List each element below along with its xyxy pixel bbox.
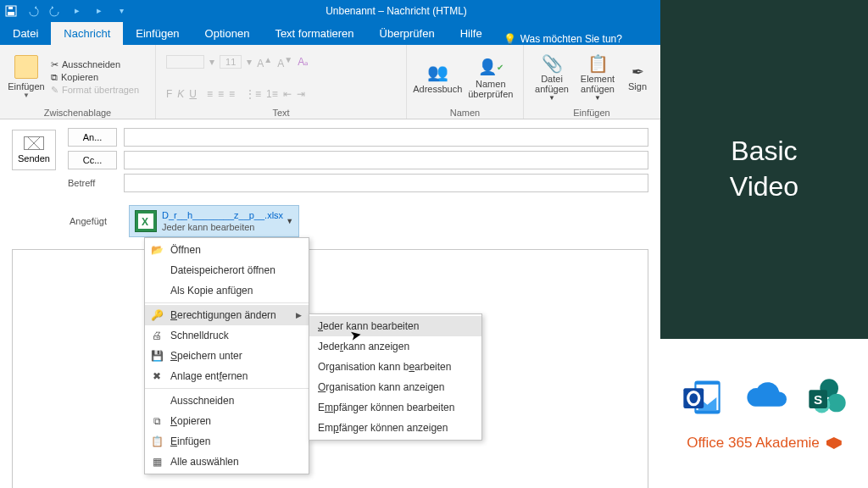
brand-footer: Office 365 Akademie [687, 435, 842, 452]
cc-button[interactable]: Cc... [68, 151, 117, 169]
folder-open-icon: 📂 [150, 243, 164, 257]
menu-copy[interactable]: ⧉Kopieren [145, 411, 309, 431]
format-painter-label: Format übertragen [62, 85, 139, 95]
menu-attach-as-copy[interactable]: Als Kopie anfügen [145, 280, 309, 301]
subject-field[interactable] [124, 174, 648, 192]
menu-open[interactable]: 📂Öffnen [145, 240, 309, 260]
cc-field[interactable] [124, 151, 648, 169]
tab-text-formatieren[interactable]: Text formatieren [262, 22, 366, 45]
signature-label: Sign [628, 81, 647, 92]
attach-item-button[interactable]: 📋 Element anfügen▼ [575, 47, 620, 107]
copy-label: Kopieren [61, 72, 98, 82]
svg-text:S: S [814, 392, 822, 407]
envelope-icon [24, 136, 44, 150]
format-painter-button: ✎Format übertragen [51, 85, 139, 96]
graduation-cap-icon [826, 437, 842, 449]
attach-file-label: Datei anfügen [529, 74, 575, 94]
check-names-label: Namen überprüfen [464, 79, 518, 99]
key-icon: 🔑 [150, 308, 164, 322]
svg-rect-2 [8, 7, 13, 9]
select-all-icon: ▦ [150, 455, 164, 469]
remove-icon: ✖ [150, 369, 164, 383]
attachment-chip[interactable]: D_r__h________z__p__.xlsx Jeder kann bea… [129, 205, 299, 237]
product-icons: S [680, 375, 849, 419]
paste-label: Einfügen [8, 81, 44, 92]
paste-button[interactable]: Einfügen ▼ [5, 47, 47, 107]
perm-org-view[interactable]: Organisation kann anzeigen [309, 377, 481, 397]
group-clipboard-label: Zwischenablage [5, 107, 150, 118]
perm-everyone-view[interactable]: Jeder kann anzeigen [309, 336, 481, 357]
tell-me-label: Was möchten Sie tun? [520, 33, 622, 45]
printer-icon: 🖨 [150, 329, 164, 342]
paperclip-icon: 📎 [542, 53, 563, 74]
qat-undo-icon[interactable] [22, 0, 44, 21]
addressbook-icon: 👥 [426, 60, 449, 84]
menu-cut[interactable]: Ausschneiden [145, 391, 309, 411]
video-title: Basic Video [730, 134, 798, 204]
addressbook-button[interactable]: 👥 Adressbuch [412, 47, 464, 107]
addressbook-label: Adressbuch [413, 84, 462, 94]
menu-paste[interactable]: 📋Einfügen [145, 431, 309, 452]
group-insert-label: Einfügen [529, 107, 654, 118]
chevron-down-icon[interactable]: ▼ [286, 217, 293, 225]
permissions-submenu: Jeder kann bearbeiten Jeder kann anzeige… [309, 313, 482, 441]
video-title-banner: Basic Video [660, 0, 868, 339]
to-button[interactable]: An... [68, 128, 117, 147]
menu-quick-print[interactable]: 🖨Schnelldruck [145, 325, 309, 346]
tab-hilfe[interactable]: Hilfe [448, 22, 495, 45]
perm-recipients-view[interactable]: Empfänger können anzeigen [309, 418, 481, 438]
attach-file-button[interactable]: 📎 Datei anfügen▼ [529, 47, 575, 107]
menu-open-location[interactable]: Dateispeicherort öffnen [145, 260, 309, 280]
attachment-subtitle: Jeder kann bearbeiten [162, 221, 283, 233]
menu-select-all[interactable]: ▦Alle auswählen [145, 452, 309, 472]
tab-optionen[interactable]: Optionen [192, 22, 263, 45]
qat-more-icon[interactable]: ▾ [110, 0, 132, 21]
svg-point-8 [827, 394, 846, 413]
menu-separator [145, 388, 309, 389]
send-label: Senden [18, 153, 50, 164]
scissors-icon: ✂ [51, 59, 58, 70]
submenu-arrow-icon: ▶ [296, 311, 302, 319]
brush-icon: ✎ [51, 85, 58, 96]
qat-save-icon[interactable] [0, 0, 22, 21]
cut-label: Ausschneiden [62, 59, 120, 69]
tab-einfuegen[interactable]: Einfügen [123, 22, 192, 45]
check-names-icon: 👤✔ [479, 55, 503, 79]
sharepoint-icon: S [805, 375, 849, 419]
check-names-button[interactable]: 👤✔ Namen überprüfen [464, 47, 518, 107]
perm-recipients-edit[interactable]: Empfänger können bearbeiten [309, 397, 481, 418]
attachment-context-menu: 📂Öffnen Dateispeicherort öffnen Als Kopi… [144, 237, 309, 474]
item-icon: 📋 [587, 53, 609, 74]
save-icon: 💾 [150, 349, 164, 363]
pen-icon: ✒ [632, 63, 644, 81]
qat-redo-icon[interactable] [44, 0, 66, 21]
cut-button[interactable]: ✂Ausschneiden [51, 59, 139, 70]
attach-item-label: Element anfügen [575, 74, 620, 94]
menu-remove-attachment[interactable]: ✖Anlage entfernen [145, 366, 309, 386]
tab-ueberpruefen[interactable]: Überprüfen [367, 22, 448, 45]
copy-icon: ⧉ [51, 72, 58, 83]
window-title: Unbenannt – Nachricht (HTML) [132, 5, 660, 17]
svg-rect-1 [8, 12, 14, 15]
text-format-controls: ▾ 11▾ A▲A▼Aₐ FKU ≡≡≡ ⋮≡1≡⇤⇥ [161, 47, 398, 107]
group-text-label: Text [161, 107, 401, 118]
perm-everyone-edit[interactable]: Jeder kann bearbeiten [309, 316, 481, 336]
perm-org-edit[interactable]: Organisation kann bearbeiten [309, 357, 481, 377]
to-field[interactable] [124, 128, 648, 147]
group-names-label: Namen [412, 107, 518, 118]
menu-separator [145, 302, 309, 303]
signature-button[interactable]: ✒ Sign [620, 47, 654, 107]
onedrive-icon [743, 375, 787, 419]
menu-save-as[interactable]: 💾Speichern unter [145, 346, 309, 366]
tell-me[interactable]: 💡 Was möchten Sie tun? [495, 33, 631, 45]
qat-next-icon[interactable]: ▸ [66, 0, 88, 21]
subject-label: Betreff [68, 178, 117, 188]
tab-datei[interactable]: Datei [0, 22, 51, 45]
copy-icon: ⧉ [150, 414, 164, 428]
copy-button[interactable]: ⧉Kopieren [51, 72, 139, 83]
attachment-filename: D_r__h________z__p__.xlsx [162, 209, 283, 221]
menu-change-permissions[interactable]: 🔑Berechtigungen ändern▶ [145, 305, 309, 325]
send-button[interactable]: Senden [12, 130, 56, 170]
tab-nachricht[interactable]: Nachricht [51, 22, 123, 45]
qat-prev-icon[interactable]: ▸ [88, 0, 110, 21]
